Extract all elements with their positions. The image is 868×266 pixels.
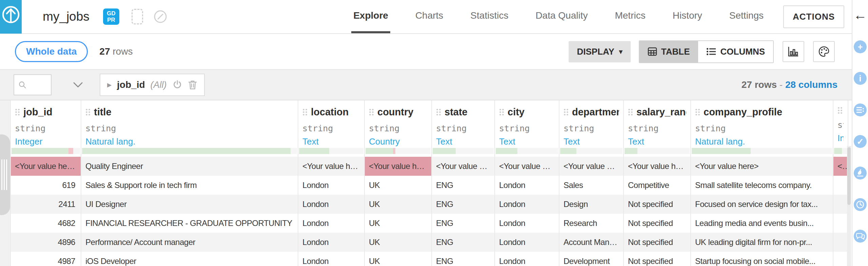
table-cell[interactable]: Leading media and events busin... [691, 214, 833, 233]
table-cell[interactable]: London [495, 214, 559, 233]
table-cell[interactable]: <Your value here> [495, 157, 559, 176]
columns-view-button[interactable]: COLUMNS [698, 41, 773, 62]
column-header-city[interactable]: citystringText [495, 100, 559, 146]
table-cell[interactable]: Not specified [624, 195, 690, 214]
table-cell[interactable]: London [298, 214, 364, 233]
tab-charts[interactable]: Charts [413, 0, 445, 33]
chevron-down-icon[interactable] [73, 82, 83, 88]
chart-icon-button[interactable] [783, 41, 804, 62]
table-cell[interactable]: <Your value here> [365, 157, 431, 176]
column-name[interactable]: title [94, 107, 112, 118]
table-cell[interactable]: UK [365, 195, 431, 214]
table-cell[interactable]: Account Mana... [559, 233, 623, 252]
table-cell[interactable]: UK [365, 176, 431, 195]
add-icon[interactable]: + [854, 40, 867, 53]
tab-history[interactable]: History [671, 0, 704, 33]
table-cell[interactable]: UK [365, 252, 431, 266]
column-meaning[interactable]: Natural lang. [85, 136, 294, 147]
table-cell[interactable]: UK [365, 233, 431, 252]
table-cell[interactable]: ENG [432, 214, 494, 233]
column-header-country[interactable]: countrystringCountry [365, 100, 431, 146]
table-cell[interactable]: 4987 [11, 252, 81, 266]
column-meaning[interactable]: Text [564, 136, 619, 147]
lab-icon[interactable] [854, 167, 867, 179]
columns-count-link[interactable]: 28 columns [785, 79, 837, 90]
table-view-button[interactable]: TABLE [639, 41, 698, 62]
tab-settings[interactable]: Settings [727, 0, 766, 33]
column-meaning[interactable]: Integer [837, 133, 844, 144]
table-cell[interactable]: UK [365, 214, 431, 233]
drag-handle-icon[interactable] [85, 108, 91, 116]
tab-explore[interactable]: Explore [351, 0, 390, 33]
sample-outline-icon[interactable] [132, 9, 143, 24]
tab-metrics[interactable]: Metrics [613, 0, 647, 33]
column-name[interactable]: job_id [23, 107, 52, 118]
table-cell[interactable]: Sales & Support role in tech firm [81, 176, 298, 195]
table-cell[interactable]: Sales [559, 176, 623, 195]
table-cell[interactable] [833, 252, 848, 266]
trash-icon[interactable] [188, 80, 197, 90]
table-cell[interactable]: Quality Engineer [81, 157, 298, 176]
scrollbar-thumb[interactable] [847, 147, 851, 205]
table-cell[interactable]: 4896 [11, 233, 81, 252]
column-name[interactable]: salary_range [636, 107, 686, 118]
table-cell[interactable]: ENG [432, 176, 494, 195]
info-icon[interactable]: i [854, 72, 867, 85]
table-cell[interactable] [833, 233, 848, 252]
filter-chip-job-id[interactable]: ▶ job_id (All) [100, 74, 205, 96]
table-cell[interactable]: <Your value here> [298, 157, 364, 176]
table-cell[interactable] [833, 176, 848, 195]
column-header-state[interactable]: statestringText [432, 100, 494, 146]
schema-icon[interactable] [854, 103, 867, 116]
sample-selector-button[interactable]: Whole data [15, 41, 88, 62]
search-input[interactable] [26, 80, 47, 90]
column-meaning[interactable]: Text [499, 136, 555, 147]
table-cell[interactable]: Performance/ Account manager [81, 233, 298, 252]
table-cell[interactable]: 619 [11, 176, 81, 195]
table-cell[interactable]: Small satellite telecoms company. [691, 176, 833, 195]
drag-handle-icon[interactable] [564, 108, 569, 116]
column-name[interactable]: company_profile [704, 107, 782, 118]
table-cell[interactable]: <Your value here> [559, 157, 623, 176]
column-header-company_profile[interactable]: company_profilestringNatural lang. [691, 100, 833, 146]
column-name[interactable]: city [508, 107, 525, 118]
table-cell[interactable]: London [495, 252, 559, 266]
column-meaning[interactable]: Text [436, 136, 490, 147]
table-cell[interactable]: London [298, 176, 364, 195]
table-cell[interactable] [833, 195, 848, 214]
table-cell[interactable]: London [298, 252, 364, 266]
column-name[interactable]: country [377, 107, 413, 118]
display-button[interactable]: DISPLAY ▾ [569, 41, 630, 62]
table-cell[interactable]: iOS Developer [81, 252, 298, 266]
table-cell[interactable]: London [298, 195, 364, 214]
panel-resize-handle[interactable] [0, 134, 10, 215]
column-header-clipped[interactable]: stringInteger [833, 100, 848, 146]
table-cell[interactable]: FINANCIAL RESEARCHER - GRADUATE OPPORTUN… [81, 214, 298, 233]
table-cell[interactable]: Focused on service design for tax... [691, 195, 833, 214]
column-header-department[interactable]: departmentstringText [559, 100, 623, 146]
column-meaning[interactable]: Text [302, 136, 360, 147]
table-cell[interactable]: <Your value here> [432, 157, 494, 176]
table-cell[interactable]: London [298, 233, 364, 252]
triangle-right-icon[interactable]: ▶ [107, 81, 112, 89]
table-cell[interactable]: <Your value here> [624, 157, 690, 176]
actions-button[interactable]: ACTIONS [783, 5, 844, 28]
tab-data-quality[interactable]: Data Quality [533, 0, 590, 33]
search-box[interactable] [14, 74, 52, 95]
drag-handle-icon[interactable] [499, 108, 504, 116]
table-cell[interactable]: <Your value here> [691, 157, 833, 176]
palette-icon-button[interactable] [813, 41, 835, 62]
table-cell[interactable]: ENG [432, 252, 494, 266]
column-header-salary_range[interactable]: salary_rangestringText [624, 100, 690, 146]
table-cell[interactable]: Not specified [624, 233, 690, 252]
column-meaning[interactable]: Text [628, 136, 686, 147]
vertical-scrollbar[interactable] [847, 146, 851, 266]
table-cell[interactable]: <Your value here> [833, 157, 848, 176]
table-cell[interactable]: Competitive [624, 176, 690, 195]
column-name[interactable]: department [572, 107, 619, 118]
table-cell[interactable]: Not specified [624, 252, 690, 266]
column-name[interactable]: location [311, 107, 349, 118]
power-icon[interactable] [172, 80, 182, 90]
table-cell[interactable] [833, 214, 848, 233]
status-check-icon[interactable]: ✓ [854, 135, 867, 148]
